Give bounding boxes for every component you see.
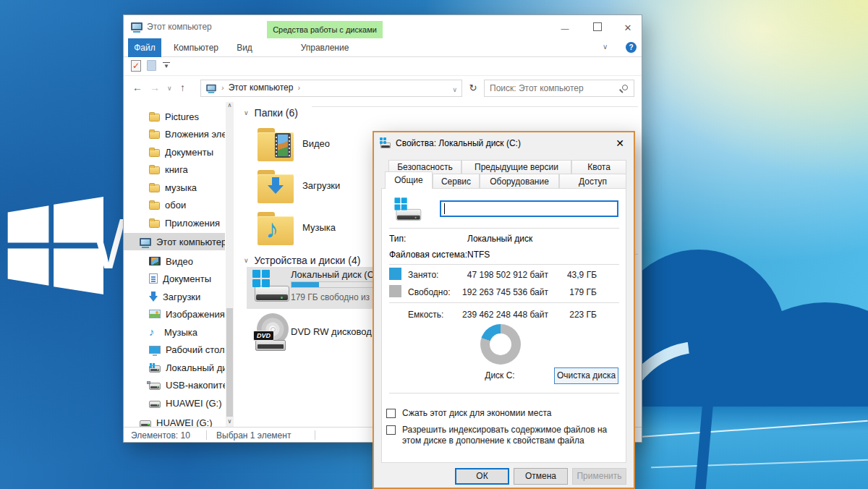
tab-previous-versions[interactable]: Предыдущие версии <box>461 160 571 174</box>
separator <box>389 393 619 394</box>
properties-icon[interactable] <box>131 60 141 72</box>
group-header-devices[interactable]: Устройства и диски (4) <box>244 254 360 267</box>
sidebar-item-kniga[interactable]: книга <box>124 161 225 178</box>
search-box[interactable] <box>484 80 634 97</box>
free-size: 179 ГБ <box>556 287 597 297</box>
used-size: 43,9 ГБ <box>556 270 597 280</box>
refresh-icon[interactable] <box>465 80 481 97</box>
folder-icon <box>149 184 160 192</box>
address-bar: › Этот компьютер › <box>124 76 642 102</box>
history-dropdown-icon[interactable] <box>167 85 172 92</box>
desktop-icon <box>149 346 161 354</box>
disk-cleanup-button[interactable]: Очистка диска <box>554 367 618 384</box>
forward-icon <box>150 82 160 93</box>
sidebar-item-muzyka[interactable]: музыка <box>124 179 225 196</box>
maximize-button[interactable] <box>586 21 609 35</box>
contextual-tab-group: Средства работы с дисками <box>267 21 383 38</box>
collapse-ribbon-icon[interactable] <box>603 43 614 51</box>
drive-icon <box>140 420 151 428</box>
address-dropdown-icon[interactable] <box>452 86 457 93</box>
capacity-label: Емкость: <box>408 310 443 320</box>
scrollbar-thumb[interactable] <box>226 308 233 417</box>
video-icon <box>149 257 161 265</box>
disk-usage-donut-chart <box>480 324 521 365</box>
capacity-bytes: 239 462 248 448 байт <box>440 310 548 320</box>
sidebar-item-documents[interactable]: Документы <box>124 270 225 287</box>
tab-hardware[interactable]: Оборудование <box>480 174 559 189</box>
items-count: Элементов: 10 <box>131 430 190 441</box>
sidebar-item-huawei[interactable]: HUAWEI (G:) <box>124 394 225 412</box>
group-header-folders[interactable]: Папки (6) <box>244 106 298 119</box>
volume-label-input[interactable] <box>440 200 618 217</box>
tab-manage[interactable]: Управление <box>267 38 383 57</box>
breadcrumb[interactable]: › Этот компьютер › <box>200 80 462 97</box>
sidebar-item-usb[interactable]: USB-накопител <box>124 376 225 394</box>
folder-icon <box>149 220 160 228</box>
sidebar-item-attachments[interactable]: Вложения элект <box>124 125 225 143</box>
drive-icon <box>149 401 161 408</box>
sidebar-item-local-disk[interactable]: Локальный дис <box>124 359 225 376</box>
ribbon-tab-bar: Файл Компьютер Вид Управление <box>124 38 642 57</box>
window-title: Этот компьютер <box>147 22 212 32</box>
windows-logo <box>6 197 103 294</box>
dialog-close-icon[interactable] <box>612 136 628 150</box>
quick-access-toolbar <box>124 57 642 76</box>
breadcrumb-item[interactable]: Этот компьютер <box>229 82 294 93</box>
free-legend-swatch <box>389 285 401 297</box>
sidebar-item-this-pc[interactable]: Этот компьютер <box>124 233 225 250</box>
chevron-down-icon <box>244 257 249 264</box>
breadcrumb-chevron-icon: › <box>297 83 300 92</box>
tab-file[interactable]: Файл <box>128 38 161 57</box>
scroll-down-icon[interactable] <box>226 418 234 427</box>
sidebar-item-oboi[interactable]: обои <box>124 196 225 213</box>
tab-sharing[interactable]: Доступ <box>559 174 626 189</box>
document-icon <box>149 273 158 284</box>
customize-toolbar-icon[interactable] <box>163 62 170 69</box>
sidebar-item-documents-folder[interactable]: Документы <box>124 143 225 161</box>
sidebar-item-video[interactable]: Видео <box>124 252 225 270</box>
picture-icon <box>149 310 161 318</box>
back-icon[interactable] <box>132 82 142 93</box>
indexing-checkbox[interactable] <box>386 425 396 435</box>
group-divider <box>312 106 638 107</box>
sidebar-scrollbar[interactable] <box>226 102 234 427</box>
tab-computer[interactable]: Компьютер <box>166 38 226 57</box>
tab-quota[interactable]: Квота <box>571 160 626 174</box>
cancel-button[interactable]: Отмена <box>514 468 568 485</box>
download-arrow-icon <box>149 292 158 302</box>
ok-button[interactable]: ОК <box>455 468 509 485</box>
tab-tools[interactable]: Сервис <box>433 174 480 189</box>
disk-icon <box>380 137 391 149</box>
folder-icon <box>149 202 160 210</box>
search-input[interactable] <box>490 82 614 94</box>
sidebar-item-images[interactable]: Изображения <box>124 305 225 323</box>
compress-checkbox[interactable] <box>386 409 396 418</box>
tab-view[interactable]: Вид <box>229 38 260 57</box>
sidebar-item-downloads[interactable]: Загрузки <box>124 288 225 305</box>
help-icon[interactable] <box>626 42 637 53</box>
folder-video-icon <box>255 124 296 165</box>
close-button[interactable] <box>616 21 639 35</box>
scroll-up-icon[interactable] <box>226 102 234 111</box>
dialog-title: Свойства: Локальный диск (C:) <box>396 138 521 148</box>
minimize-button[interactable] <box>553 21 576 35</box>
apply-button: Применить <box>572 468 626 485</box>
sidebar-item-desktop[interactable]: Рабочий стол <box>124 341 225 358</box>
folder-icon <box>149 114 160 122</box>
new-folder-icon[interactable] <box>147 60 156 71</box>
search-icon <box>622 85 628 90</box>
sidebar-item-prilozheniya[interactable]: Приложения <box>124 214 225 231</box>
explorer-titlebar: Этот компьютер Средства работы с дисками <box>124 15 642 38</box>
general-tab-page: Тип: Локальный диск Файловая система: NT… <box>381 188 626 463</box>
disk-capacity-fill <box>292 282 319 287</box>
status-divider <box>315 430 315 440</box>
this-pc-icon <box>131 22 142 30</box>
compress-checkbox-label: Сжать этот диск для экономии места <box>402 408 619 419</box>
sidebar-item-pictures[interactable]: Pictures <box>124 108 225 125</box>
folder-icon <box>149 166 160 174</box>
up-icon[interactable] <box>180 82 185 93</box>
text-cursor <box>444 203 445 214</box>
folder-icon <box>149 131 160 139</box>
tab-general[interactable]: Общие <box>385 171 433 189</box>
sidebar-item-music[interactable]: Музыка <box>124 323 225 341</box>
